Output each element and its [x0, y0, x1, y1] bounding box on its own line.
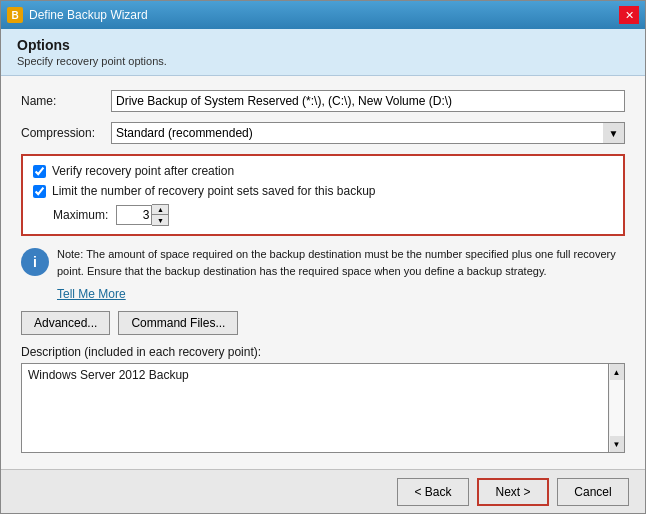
page-subtitle: Specify recovery point options. [17, 55, 629, 67]
description-section: Description (included in each recovery p… [21, 345, 625, 453]
title-bar-left: B Define Backup Wizard [7, 7, 148, 23]
name-label: Name: [21, 94, 111, 108]
footer: < Back Next > Cancel [1, 469, 645, 513]
compression-select-wrapper: Standard (recommended)NoneMaximum ▼ [111, 122, 625, 144]
button-row: Advanced... Command Files... [21, 311, 625, 335]
main-window: B Define Backup Wizard ✕ Options Specify… [0, 0, 646, 514]
verify-label[interactable]: Verify recovery point after creation [52, 164, 234, 178]
compression-select[interactable]: Standard (recommended)NoneMaximum [111, 122, 625, 144]
maximum-label: Maximum: [53, 208, 108, 222]
tell-more-link[interactable]: Tell Me More [57, 287, 625, 301]
limit-label[interactable]: Limit the number of recovery point sets … [52, 184, 376, 198]
close-button[interactable]: ✕ [619, 6, 639, 24]
header-bar: Options Specify recovery point options. [1, 29, 645, 76]
window-title: Define Backup Wizard [29, 8, 148, 22]
spinner-up-button[interactable]: ▲ [152, 205, 168, 215]
page-title: Options [17, 37, 629, 53]
checkbox-section: Verify recovery point after creation Lim… [21, 154, 625, 236]
spinner-down-button[interactable]: ▼ [152, 215, 168, 225]
title-bar: B Define Backup Wizard ✕ [1, 1, 645, 29]
note-text: Note: The amount of space required on th… [57, 246, 625, 279]
description-wrapper: Windows Server 2012 Backup ▲ ▼ [21, 363, 625, 453]
limit-checkbox[interactable] [33, 185, 46, 198]
advanced-button[interactable]: Advanced... [21, 311, 110, 335]
verify-checkbox[interactable] [33, 165, 46, 178]
next-button[interactable]: Next > [477, 478, 549, 506]
note-section: i Note: The amount of space required on … [21, 246, 625, 279]
scroll-up-button[interactable]: ▲ [610, 364, 624, 380]
compression-row: Compression: Standard (recommended)NoneM… [21, 122, 625, 144]
spinner-arrows: ▲ ▼ [152, 204, 169, 226]
name-row: Name: [21, 90, 625, 112]
compression-label: Compression: [21, 126, 111, 140]
description-label: Description (included in each recovery p… [21, 345, 625, 359]
content-area: Name: Compression: Standard (recommended… [1, 76, 645, 469]
maximum-row: Maximum: ▲ ▼ [33, 204, 613, 226]
limit-row: Limit the number of recovery point sets … [33, 184, 613, 198]
name-input[interactable] [111, 90, 625, 112]
description-textarea[interactable]: Windows Server 2012 Backup [21, 363, 609, 453]
scroll-down-button[interactable]: ▼ [610, 436, 624, 452]
scrollbar-vertical: ▲ ▼ [609, 363, 625, 453]
app-icon: B [7, 7, 23, 23]
verify-row: Verify recovery point after creation [33, 164, 613, 178]
scroll-track [610, 380, 624, 436]
maximum-input[interactable] [116, 205, 152, 225]
spinner-wrapper: ▲ ▼ [116, 204, 169, 226]
info-icon: i [21, 248, 49, 276]
command-files-button[interactable]: Command Files... [118, 311, 238, 335]
back-button[interactable]: < Back [397, 478, 469, 506]
cancel-button[interactable]: Cancel [557, 478, 629, 506]
